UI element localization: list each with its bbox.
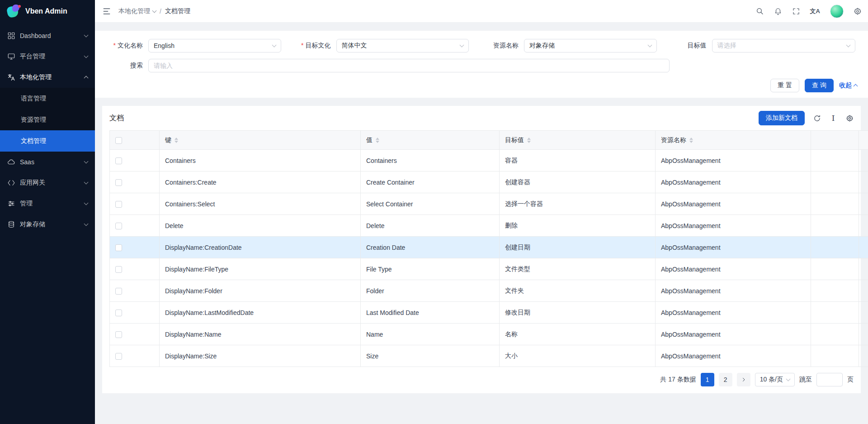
sidebar-item-resource-management[interactable]: 资源管理 — [0, 109, 95, 130]
column-header-resource[interactable]: 资源名称 — [656, 131, 811, 150]
cell-key: DisplayName:LastModifiedDate — [160, 302, 361, 324]
sidebar-item-saas[interactable]: Saas — [0, 152, 95, 172]
table-row[interactable]: DisplayName:Name Name 名称 AbpOssManagemen… — [110, 324, 868, 345]
table-row[interactable]: DisplayName:Size Size 大小 AbpOssManagemen… — [110, 345, 868, 367]
sort-icon[interactable] — [376, 138, 379, 143]
app-logo[interactable]: Vben Admin — [0, 0, 95, 23]
select-all-checkbox[interactable] — [115, 137, 122, 144]
add-document-button[interactable]: 添加新文档 — [759, 111, 805, 125]
platform-icon — [7, 52, 15, 61]
row-checkbox[interactable] — [115, 331, 122, 338]
table-row[interactable]: Containers:Create Create Container 创建容器 … — [110, 172, 868, 193]
localization-icon — [7, 73, 15, 81]
target-value-placeholder: 请选择 — [717, 42, 736, 50]
column-header-value[interactable]: 值 — [361, 131, 500, 150]
row-checkbox[interactable] — [115, 244, 122, 251]
cell-blank — [811, 237, 859, 258]
sort-icon[interactable] — [527, 138, 531, 143]
sidebar-item-gateway[interactable]: 应用网关 — [0, 172, 95, 193]
cell-value: Select Container — [361, 193, 500, 215]
culture-select[interactable]: English — [148, 39, 281, 52]
breadcrumb-parent[interactable]: 本地化管理 — [118, 7, 156, 15]
sidebar-item-manage[interactable]: 管理 — [0, 193, 95, 214]
sidebar-collapse-icon[interactable] — [102, 7, 111, 16]
sidebar-item-label: 平台管理 — [20, 52, 80, 61]
cell-target: 选择一个容器 — [500, 193, 656, 215]
cell-blank — [811, 324, 859, 345]
jump-prefix-label: 跳至 — [799, 376, 812, 384]
cell-resource: AbpOssManagement — [656, 324, 811, 345]
search-input[interactable] — [148, 59, 670, 72]
table-row[interactable]: DisplayName:LastModifiedDate Last Modifi… — [110, 302, 868, 324]
sort-icon[interactable] — [689, 138, 693, 143]
column-header-target[interactable]: 目标值 — [500, 131, 656, 150]
row-checkbox[interactable] — [115, 157, 122, 164]
filter-field-culture: 文化名称 English — [106, 39, 294, 52]
chevron-down-icon — [84, 180, 89, 185]
notification-bell-icon[interactable] — [774, 7, 782, 15]
cell-target: 创建日期 — [500, 237, 656, 258]
sort-icon[interactable] — [175, 138, 178, 143]
cell-value: Name — [361, 324, 500, 345]
target-culture-select[interactable]: 简体中文 — [336, 39, 469, 52]
table-row[interactable]: Containers Containers 容器 AbpOssManagemen… — [110, 150, 868, 172]
sidebar-item-object-storage[interactable]: 对象存储 — [0, 214, 95, 235]
table-row[interactable]: DisplayName:Folder Folder 文件夹 AbpOssMana… — [110, 280, 868, 302]
cell-resource: AbpOssManagement — [656, 193, 811, 215]
refresh-icon[interactable] — [813, 114, 821, 122]
page-button-1[interactable]: 1 — [701, 373, 714, 386]
row-checkbox[interactable] — [115, 201, 122, 208]
sidebar-item-label: 应用网关 — [20, 179, 80, 187]
column-header-key[interactable]: 键 — [160, 131, 361, 150]
reset-button[interactable]: 重 置 — [770, 79, 799, 92]
dashboard-icon — [7, 32, 15, 40]
sidebar-item-platform[interactable]: 平台管理 — [0, 46, 95, 67]
cell-resource: AbpOssManagement — [656, 345, 811, 367]
culture-select-value: English — [154, 42, 175, 49]
row-height-icon[interactable]: Ⅰ — [829, 114, 837, 122]
resource-label: 资源名称 — [481, 42, 519, 50]
row-checkbox[interactable] — [115, 288, 122, 295]
resource-select[interactable]: 对象存储 — [524, 39, 657, 52]
query-button[interactable]: 查 询 — [805, 79, 834, 92]
table-row[interactable]: DisplayName:FileType File Type 文件类型 AbpO… — [110, 258, 868, 280]
sidebar-item-localization[interactable]: 本地化管理 — [0, 67, 95, 88]
cell-blank — [811, 302, 859, 324]
sidebar-item-language-management[interactable]: 语言管理 — [0, 88, 95, 109]
sidebar-item-document-management[interactable]: 文档管理 — [0, 130, 95, 152]
table-row[interactable]: DisplayName:CreationDate Creation Date 创… — [110, 237, 868, 258]
cell-target: 修改日期 — [500, 302, 656, 324]
row-checkbox[interactable] — [115, 353, 122, 360]
fullscreen-icon[interactable] — [792, 7, 800, 15]
cell-key: DisplayName:FileType — [160, 258, 361, 280]
search-icon[interactable] — [756, 7, 764, 15]
target-culture-select-value: 简体中文 — [342, 42, 367, 50]
cell-key: DisplayName:Name — [160, 324, 361, 345]
cell-value: Create Container — [361, 172, 500, 193]
collapse-toggle[interactable]: 收起 — [839, 81, 857, 90]
row-checkbox[interactable] — [115, 223, 122, 229]
target-culture-label: 目标文化 — [294, 42, 331, 50]
table-row[interactable]: Containers:Select Select Container 选择一个容… — [110, 193, 868, 215]
cell-key: DisplayName:Size — [160, 345, 361, 367]
page-button-2[interactable]: 2 — [719, 373, 732, 386]
translate-icon[interactable]: 文A — [810, 7, 820, 15]
cell-blank — [811, 150, 859, 172]
row-checkbox[interactable] — [115, 179, 122, 186]
row-checkbox[interactable] — [115, 310, 122, 316]
jump-page-input[interactable] — [816, 373, 843, 386]
cell-target: 名称 — [500, 324, 656, 345]
sidebar-item-dashboard[interactable]: Dashboard — [0, 25, 95, 46]
target-value-select[interactable]: 请选择 — [712, 39, 856, 52]
target-value-label: 目标值 — [670, 42, 707, 50]
table-row[interactable]: Delete Delete 删除 AbpOssManagement 编辑 删除 — [110, 215, 868, 237]
cell-target: 文件类型 — [500, 258, 656, 280]
avatar[interactable] — [830, 5, 844, 18]
row-checkbox[interactable] — [115, 266, 122, 273]
next-page-button[interactable] — [737, 373, 750, 386]
cell-blank — [811, 193, 859, 215]
cell-target: 文件夹 — [500, 280, 656, 302]
page-size-select[interactable]: 10 条/页 — [755, 373, 795, 386]
settings-gear-icon[interactable] — [854, 7, 862, 15]
column-settings-gear-icon[interactable] — [845, 114, 854, 122]
